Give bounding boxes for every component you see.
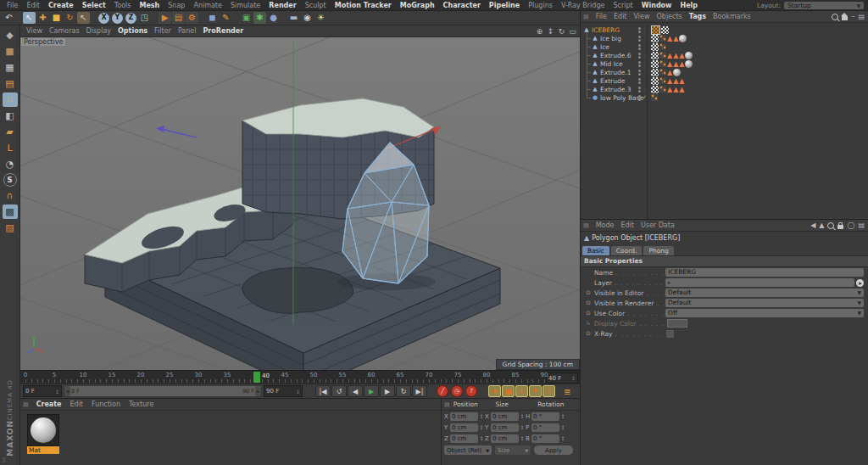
layout-select[interactable]: Startup ▼: [784, 2, 864, 9]
object-row[interactable]: ●low Poly Base✓: [581, 93, 868, 102]
object-name[interactable]: Mid Ice: [600, 60, 623, 68]
current-frame-field[interactable]: 40 F ↕: [546, 373, 578, 384]
playhead[interactable]: [253, 372, 260, 383]
move-icon[interactable]: ✚: [36, 12, 49, 24]
play-button[interactable]: ▶: [364, 385, 379, 397]
spinner-icon[interactable]: ↕: [478, 424, 485, 430]
object-row[interactable]: ▲Extrude⋮▲▲▲: [581, 76, 868, 85]
model-mode-icon[interactable]: ■: [3, 44, 18, 59]
visible-in-editor-dropdown[interactable]: Default▼: [665, 289, 864, 297]
lock-z-axis-icon[interactable]: Z: [125, 13, 136, 24]
uv-tag[interactable]: [659, 52, 666, 59]
phong-tag[interactable]: [661, 26, 669, 34]
animation-dot-icon[interactable]: ⊙: [586, 300, 594, 306]
menu-sculpt[interactable]: Sculpt: [301, 2, 331, 9]
camera-icon[interactable]: ◉: [301, 12, 314, 24]
snap-workplane-icon[interactable]: ▨: [3, 221, 18, 235]
menu-v-ray-bridge[interactable]: V-Ray Bridge: [557, 2, 609, 9]
last-tool-icon[interactable]: ↖: [77, 12, 90, 24]
enable-toggle[interactable]: ⋮: [642, 87, 648, 92]
environment-icon[interactable]: ▬: [287, 12, 300, 24]
frame-range-slider[interactable]: ◂ 0 F 90 F ▸: [64, 386, 261, 396]
selection-tag[interactable]: ▲: [679, 86, 684, 93]
coord-field[interactable]: 0 °: [531, 412, 559, 421]
goto-start-button[interactable]: |◀: [315, 385, 331, 397]
material-tag[interactable]: [685, 52, 693, 59]
render-picture-viewer-icon[interactable]: ▤: [172, 12, 185, 24]
renderer-visibility-dot[interactable]: [638, 31, 641, 33]
enable-toggle[interactable]: ⋮: [642, 53, 648, 59]
generators-icon[interactable]: ✱: [253, 12, 266, 24]
material-menu-edit[interactable]: Edit: [66, 401, 88, 408]
selection-tag[interactable]: ▲: [673, 52, 678, 59]
menu-window[interactable]: Window: [637, 2, 676, 9]
object-manager-menu-view[interactable]: View: [631, 13, 654, 20]
goto-end-button[interactable]: ▶|: [412, 385, 427, 397]
editor-visibility-dot[interactable]: [638, 53, 641, 55]
object-row[interactable]: ▲Extrude.1⋮▲: [581, 68, 868, 76]
selection-tag[interactable]: ▲: [667, 60, 672, 68]
viewport-3d-view[interactable]: Perspective Grid Spacing : 100 cm: [20, 37, 580, 370]
layer-field[interactable]: ▸: [665, 278, 854, 287]
enable-toggle[interactable]: ⋮: [642, 36, 648, 42]
viewport-menu-cameras[interactable]: Cameras: [46, 27, 83, 35]
menu-mesh[interactable]: Mesh: [135, 2, 164, 9]
spinner-icon[interactable]: ↕: [519, 413, 526, 419]
uv-tag[interactable]: [659, 60, 666, 67]
pan-view-icon[interactable]: ⊕: [535, 27, 544, 36]
object-manager-menu-bookmarks[interactable]: Bookmarks: [709, 13, 754, 20]
renderer-visibility-dot[interactable]: [638, 81, 641, 84]
apply-button[interactable]: Apply: [534, 445, 573, 455]
editor-visibility-dot[interactable]: [638, 70, 641, 72]
uv-tag[interactable]: [659, 77, 666, 84]
display-color-swatch[interactable]: [667, 319, 687, 328]
tab-coord[interactable]: Coord.: [611, 246, 643, 255]
menu-help[interactable]: Help: [676, 2, 703, 9]
layer-picker-icon[interactable]: ➤: [856, 279, 864, 287]
phong-tag[interactable]: [651, 35, 659, 42]
editor-visibility-dot[interactable]: [638, 27, 641, 30]
enable-snap-icon[interactable]: ∩: [3, 188, 18, 203]
selection-tag[interactable]: ▲: [667, 69, 672, 76]
menu-pipeline[interactable]: Pipeline: [485, 2, 524, 9]
viewport-menu-filter[interactable]: Filter: [151, 27, 175, 35]
menu-render[interactable]: Render: [264, 2, 300, 9]
material-menu-function[interactable]: Function: [87, 401, 125, 408]
menu-edit[interactable]: Edit: [22, 2, 44, 9]
range-right-cap[interactable]: ▸: [255, 386, 261, 396]
points-mode-icon[interactable]: ∷: [3, 92, 18, 107]
selection-tag[interactable]: ▲: [667, 52, 672, 59]
attribute-menu-mode[interactable]: Mode: [593, 221, 618, 229]
renderer-visibility-dot[interactable]: [638, 56, 641, 59]
viewport-menu-panel[interactable]: Panel: [175, 27, 200, 35]
make-editable-icon[interactable]: ◆: [3, 28, 18, 42]
light-icon[interactable]: ☀: [314, 12, 327, 24]
renderer-visibility-dot[interactable]: [638, 73, 641, 76]
animation-dot-icon[interactable]: ⊙: [586, 310, 594, 317]
history-icon[interactable]: ◯: [847, 221, 854, 229]
live-selection-icon[interactable]: ↖: [23, 12, 36, 24]
key-parameter-toggle[interactable]: P: [529, 385, 542, 397]
visible-in-renderer-dropdown[interactable]: Default▼: [665, 299, 864, 307]
panel-menu-icon[interactable]: ▤: [858, 221, 865, 229]
editor-visibility-dot[interactable]: [638, 44, 641, 47]
snap-settings-icon[interactable]: S: [3, 173, 17, 187]
selection-tag[interactable]: ▲: [673, 35, 678, 42]
spinner-icon[interactable]: ↕: [478, 435, 485, 441]
animation-dot-icon[interactable]: ⊙: [586, 330, 594, 337]
phong-tag[interactable]: [651, 52, 659, 59]
editor-visibility-dot[interactable]: [638, 87, 641, 89]
material-menu-texture[interactable]: Texture: [125, 401, 158, 408]
object-row[interactable]: ▲Extrude.6⋮▲▲▲: [581, 51, 868, 59]
editor-visibility-dot[interactable]: [638, 95, 641, 98]
selection-tag[interactable]: ▲: [673, 60, 678, 68]
play-backward-button[interactable]: ↺: [331, 385, 347, 397]
animation-dot-icon[interactable]: ⊙: [586, 289, 594, 296]
uv-tag[interactable]: [659, 35, 666, 42]
minimize-icon[interactable]: –: [851, 13, 854, 20]
phong-tag[interactable]: [651, 60, 659, 68]
polygons-mode-icon[interactable]: ▰: [3, 125, 18, 139]
start-frame-field[interactable]: 0 F ↕: [23, 385, 62, 397]
menu-file[interactable]: File: [3, 2, 22, 9]
menu-animate[interactable]: Animate: [189, 2, 226, 9]
